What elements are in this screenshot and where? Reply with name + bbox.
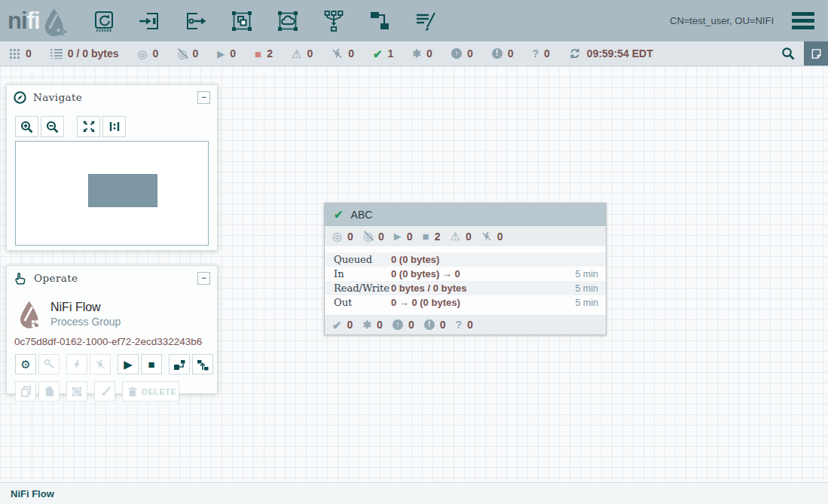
bolt-slash-icon (481, 231, 492, 242)
not-transmitting-icon: ◎ (363, 231, 373, 242)
process-group-abc[interactable]: ✔ ABC ◎ 0 ◎ 0 ▶ 0 ■ 2 ⚠ 0 (324, 203, 606, 335)
zoom-fit-button[interactable] (77, 116, 100, 137)
refresh-icon[interactable] (569, 47, 581, 60)
metric-row-out: Out 0 → 0 (0 bytes) 5 min (325, 295, 606, 310)
operate-selection-titles: NiFi Flow Process Group (50, 299, 121, 331)
pg-stat-running: ▶ 0 (394, 231, 413, 243)
warning-triangle-icon: ⚠ (292, 48, 301, 60)
stat-sync-failure: ? 0 (532, 47, 549, 60)
output-port-drag-icon[interactable] (183, 8, 209, 34)
bolt-slash-icon (95, 359, 105, 370)
operate-panel-title: Operate (34, 272, 78, 284)
navigate-panel: Navigate − (6, 84, 218, 251)
process-group-header: ✔ ABC (325, 203, 606, 226)
pg-stat-disabled: 0 (481, 231, 503, 243)
stat-disabled: 0 (332, 47, 354, 60)
template-drag-icon[interactable] (367, 8, 393, 34)
stat-not-transmitting: ◎ 0 (177, 47, 198, 60)
stopped-icon: ■ (423, 231, 429, 242)
paste-icon (44, 386, 55, 397)
remote-process-group-drag-icon[interactable] (275, 8, 301, 34)
process-group-drag-icon[interactable] (229, 8, 255, 34)
flow-canvas[interactable]: Navigate − (0, 66, 828, 482)
breadcrumb-bar: NiFi Flow (0, 482, 828, 504)
refresh-time: 09:59:54 EDT (587, 47, 653, 60)
selection-name: NiFi Flow (50, 299, 121, 315)
copy-icon (20, 386, 32, 397)
nifi-drop-icon (41, 8, 69, 38)
check-icon: ✔ (332, 319, 342, 331)
funnel-drag-icon[interactable] (321, 8, 347, 34)
stat-locally-modified: ✱ 0 (412, 47, 432, 60)
enable-button (66, 354, 87, 374)
group-selection-icon (71, 386, 83, 398)
nifi-logo: nifi (8, 2, 69, 40)
metric-row-read-write: Read/Write 0 bytes / 0 bytes 5 min (325, 281, 606, 295)
note-icon (811, 48, 822, 60)
upload-template-button[interactable] (192, 354, 213, 374)
status-counters: 0 0 / 0 bytes ◎ 0 ◎ 0 ▶ 0 ■ 2 ⚠ 0 (0, 47, 653, 60)
bolt-slash-icon (332, 48, 343, 60)
stat-invalid: ⚠ 0 (292, 47, 313, 60)
configure-button[interactable]: ⚙ (15, 354, 36, 374)
brush-icon (99, 386, 111, 397)
birdseye-minimap[interactable] (15, 141, 209, 246)
current-user: CN=test_user, OU=NIFI (670, 15, 774, 26)
stopped-icon: ■ (255, 48, 261, 60)
stop-button[interactable]: ■ (141, 354, 162, 374)
stat-locally-modified-stale: ! 0 (492, 47, 514, 60)
not-transmitting-icon: ◎ (177, 48, 187, 60)
pg-vs-locally-modified: ✱ 0 (362, 319, 383, 331)
status-bar-right (772, 41, 828, 66)
operate-panel-header: Operate − (7, 266, 217, 290)
up-to-date-check-icon: ✔ (334, 209, 344, 220)
zoom-out-icon (46, 121, 59, 133)
running-icon: ▶ (217, 49, 225, 59)
pg-vs-sync-failure: ? 0 (456, 319, 473, 331)
header-right: CN=test_user, OU=NIFI (670, 11, 816, 31)
stat-active-threads: 0 (9, 47, 32, 60)
warning-triangle-icon: ⚠ (450, 231, 460, 242)
operate-buttons-row-2: DELETE (15, 381, 217, 402)
input-port-drag-icon[interactable] (137, 8, 163, 34)
pg-vs-up-to-date: ✔ 0 (332, 319, 353, 331)
pg-vs-stale: ↑ 0 (393, 319, 414, 331)
transmitting-icon: ◎ (138, 48, 148, 60)
metric-row-in: In 0 (0 bytes) → 0 5 min (325, 267, 606, 281)
label-drag-icon[interactable] (413, 8, 438, 34)
compass-icon (14, 91, 26, 104)
selection-type: Process Group (50, 315, 121, 329)
metric-row-queued: Queued 0 (0 bytes) (325, 252, 606, 267)
zoom-in-button[interactable] (15, 116, 38, 137)
bulletin-note-button[interactable] (804, 41, 828, 66)
start-button[interactable]: ▶ (118, 354, 139, 374)
access-policies-button (38, 354, 60, 374)
search-icon (781, 47, 795, 60)
disable-button (90, 354, 111, 374)
one-to-one-icon (108, 121, 121, 133)
question-icon: ? (456, 319, 463, 330)
navigate-collapse-button[interactable]: − (197, 91, 210, 104)
actual-size-button[interactable] (102, 116, 126, 137)
process-group-name: ABC (351, 209, 373, 221)
bolt-icon (72, 359, 82, 370)
logo-text-fi: fi (27, 2, 40, 40)
search-button[interactable] (772, 41, 804, 66)
zoom-out-button[interactable] (41, 116, 64, 137)
operate-panel: Operate − NiFi Flow Process Group 0c75d8… (6, 265, 218, 394)
operate-collapse-button[interactable]: − (197, 272, 210, 285)
breadcrumb-nifi-flow[interactable]: NiFi Flow (11, 488, 54, 499)
processor-drag-icon[interactable] (91, 8, 117, 34)
process-group-stats: ◎ 0 ◎ 0 ▶ 0 ■ 2 ⚠ 0 (325, 226, 606, 246)
key-icon (44, 359, 55, 370)
global-menu-button[interactable] (790, 11, 816, 31)
zoom-in-icon (20, 121, 33, 133)
running-icon: ▶ (394, 231, 402, 241)
logo-text-ni: ni (8, 2, 27, 40)
exclamation-circle-icon: ! (492, 48, 503, 59)
gear-icon: ⚙ (20, 359, 30, 370)
exclamation-circle-icon: ! (424, 319, 435, 330)
create-template-button[interactable] (169, 354, 190, 374)
arrow-up-circle-icon: ↑ (451, 48, 462, 59)
process-group-logo-icon (17, 299, 43, 331)
